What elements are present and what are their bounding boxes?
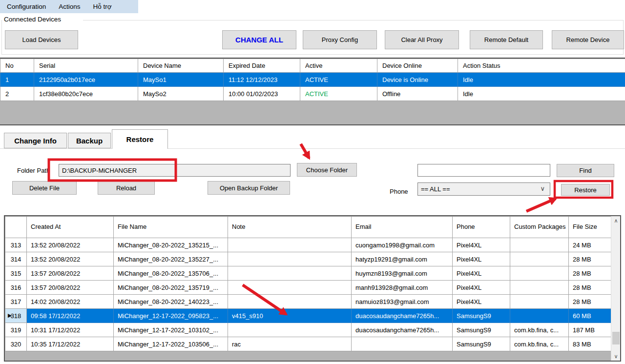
backup-cell-size[interactable]: 83 MB: [569, 337, 611, 351]
backup-cell-size[interactable]: 28 MB: [569, 252, 611, 266]
backup-cell-phone[interactable]: Pixel4XL: [453, 238, 510, 252]
backup-cell-packages[interactable]: [510, 252, 569, 266]
backup-cell-note[interactable]: [228, 252, 352, 266]
delete-file-button[interactable]: Delete File: [12, 181, 77, 195]
vertical-scrollbar[interactable]: ∧ ∨: [611, 216, 620, 361]
phone-dropdown[interactable]: == ALL == ∨: [417, 182, 550, 196]
backup-cell-packages[interactable]: [510, 295, 569, 309]
backup-cell-phone[interactable]: Pixel4XL: [453, 266, 510, 281]
table-row[interactable]: ▶31809:58 17/12/2022MiChanger_12-17-2022…: [5, 309, 611, 323]
backup-column-header[interactable]: Note: [228, 217, 352, 238]
tab-change-info[interactable]: Change Info: [4, 133, 67, 148]
reload-button[interactable]: Reload: [98, 181, 155, 195]
backup-cell-phone[interactable]: SamsungS9: [453, 337, 510, 351]
proxy-config-button[interactable]: Proxy Config: [303, 30, 377, 49]
backup-cell-size[interactable]: 187 MB: [569, 323, 611, 337]
device-column-header[interactable]: No: [0, 59, 34, 73]
backup-cell-created[interactable]: 14:02 20/08/2022: [27, 295, 114, 309]
device-cell-serial[interactable]: 1cf38e80b20c7ece: [34, 87, 138, 101]
backup-cell-file[interactable]: MiChanger_12-17-2022_103102_...: [114, 323, 228, 337]
table-row[interactable]: 31613:57 20/08/2022MiChanger_08-20-2022_…: [5, 281, 611, 295]
device-cell-name[interactable]: MaySo2: [138, 87, 224, 101]
backup-cell-packages[interactable]: com.kb.fina, c...: [510, 337, 569, 351]
device-cell-expired[interactable]: 10:00 01/02/2023: [224, 87, 300, 101]
device-cell-active[interactable]: ACTIVE: [300, 73, 377, 87]
open-backup-folder-button[interactable]: Open Backup Folder: [208, 181, 290, 195]
backup-cell-created[interactable]: 13:57 20/08/2022: [27, 266, 114, 281]
device-column-header[interactable]: Active: [300, 59, 377, 73]
backup-cell-note[interactable]: [228, 323, 352, 337]
device-column-header[interactable]: Device Online: [377, 59, 458, 73]
backup-cell-email[interactable]: manh913928@gmail.com: [352, 281, 453, 295]
backup-cell-created[interactable]: 10:31 17/12/2022: [27, 323, 114, 337]
device-column-header[interactable]: Action Status: [458, 59, 625, 73]
table-row[interactable]: 31513:57 20/08/2022MiChanger_08-20-2022_…: [5, 266, 611, 281]
backup-cell-packages[interactable]: [510, 281, 569, 295]
clear-all-proxy-button[interactable]: Clear All Proxy: [385, 30, 459, 49]
menu-configuration[interactable]: Configuration: [7, 3, 46, 10]
device-column-header[interactable]: Serial: [34, 59, 138, 73]
device-column-header[interactable]: Device Name: [138, 59, 224, 73]
find-button[interactable]: Find: [557, 164, 614, 177]
table-row[interactable]: 31714:02 20/08/2022MiChanger_08-20-2022_…: [5, 295, 611, 309]
device-cell-no[interactable]: 2: [0, 87, 34, 101]
backup-cell-row-number[interactable]: 319: [5, 323, 27, 337]
backup-cell-email[interactable]: huymzn8193@gmail.com: [352, 266, 453, 281]
menu-actions[interactable]: Actions: [59, 3, 80, 10]
device-cell-no[interactable]: 1: [0, 73, 34, 87]
backup-cell-created[interactable]: 09:58 17/12/2022: [27, 309, 114, 323]
backup-cell-file[interactable]: MiChanger_12-17-2022_095823_...: [114, 309, 228, 323]
backup-cell-row-number[interactable]: 317: [5, 295, 27, 309]
backup-cell-created[interactable]: 13:52 20/08/2022: [27, 238, 114, 252]
backup-cell-packages[interactable]: com.kb.fina, c...: [510, 323, 569, 337]
backup-cell-phone[interactable]: Pixel4XL: [453, 281, 510, 295]
backup-column-header[interactable]: [5, 217, 27, 238]
backup-column-header[interactable]: Custom Packages: [510, 217, 569, 238]
backup-column-header[interactable]: File Size: [569, 217, 611, 238]
tab-restore[interactable]: Restore: [112, 129, 168, 149]
backup-cell-row-number[interactable]: ▶318: [5, 309, 27, 323]
backup-cell-note[interactable]: v415_s910: [228, 309, 352, 323]
device-cell-status[interactable]: Idle: [458, 73, 625, 87]
backup-column-header[interactable]: Created At: [27, 217, 114, 238]
backup-cell-note[interactable]: rac: [228, 337, 352, 351]
scrollbar-thumb[interactable]: [612, 332, 620, 344]
backup-cell-note[interactable]: [228, 238, 352, 252]
backup-cell-file[interactable]: MiChanger_08-20-2022_140223_...: [114, 295, 228, 309]
table-row[interactable]: 32010:35 17/12/2022MiChanger_12-17-2022_…: [5, 337, 611, 351]
choose-folder-button[interactable]: Choose Folder: [297, 163, 357, 177]
backup-cell-file[interactable]: MiChanger_12-17-2022_103506_...: [114, 337, 228, 351]
remote-device-button[interactable]: Remote Device: [552, 30, 624, 49]
load-devices-button[interactable]: Load Devices: [5, 30, 78, 49]
backup-cell-size[interactable]: 28 MB: [569, 266, 611, 281]
folder-path-field[interactable]: D:\BACKUP-MiCHANGER: [59, 164, 291, 177]
change-all-button[interactable]: CHANGE ALL: [222, 30, 296, 49]
backup-cell-file[interactable]: MiChanger_08-20-2022_135215_...: [114, 238, 228, 252]
backup-cell-file[interactable]: MiChanger_08-20-2022_135719_...: [114, 281, 228, 295]
table-row[interactable]: 31313:52 20/08/2022MiChanger_08-20-2022_…: [5, 238, 611, 252]
backup-cell-size[interactable]: 24 MB: [569, 238, 611, 252]
device-cell-status[interactable]: Idle: [458, 87, 625, 101]
backup-cell-note[interactable]: [228, 295, 352, 309]
backup-cell-phone[interactable]: Pixel4XL: [453, 252, 510, 266]
backup-cell-packages[interactable]: [510, 266, 569, 281]
backup-cell-size[interactable]: 28 MB: [569, 281, 611, 295]
backup-cell-created[interactable]: 13:52 20/08/2022: [27, 252, 114, 266]
backup-cell-row-number[interactable]: 314: [5, 252, 27, 266]
backup-cell-email[interactable]: hatyzp19291@gmail.com: [352, 252, 453, 266]
backup-cell-email[interactable]: duacosaudangchame7265h...: [352, 309, 453, 323]
tab-backup[interactable]: Backup: [68, 133, 111, 148]
backup-cell-email[interactable]: [352, 337, 453, 351]
remote-default-button[interactable]: Remote Default: [470, 30, 543, 49]
device-cell-expired[interactable]: 11:12 12/12/2023: [224, 73, 300, 87]
backup-cell-phone[interactable]: SamsungS9: [453, 309, 510, 323]
backup-cell-email[interactable]: duacosaudangchame7265h...: [352, 323, 453, 337]
backup-cell-phone[interactable]: Pixel4XL: [453, 295, 510, 309]
backup-cell-row-number[interactable]: 313: [5, 238, 27, 252]
backup-cell-file[interactable]: MiChanger_08-20-2022_135227_...: [114, 252, 228, 266]
backup-column-header[interactable]: Email: [352, 217, 453, 238]
backup-cell-row-number[interactable]: 320: [5, 337, 27, 351]
backup-cell-phone[interactable]: SamsungS9: [453, 323, 510, 337]
device-row[interactable]: 12122950a2b017eceMaySo111:12 12/12/2023A…: [0, 73, 625, 87]
device-row[interactable]: 21cf38e80b20c7eceMaySo210:00 01/02/2023A…: [0, 87, 625, 101]
